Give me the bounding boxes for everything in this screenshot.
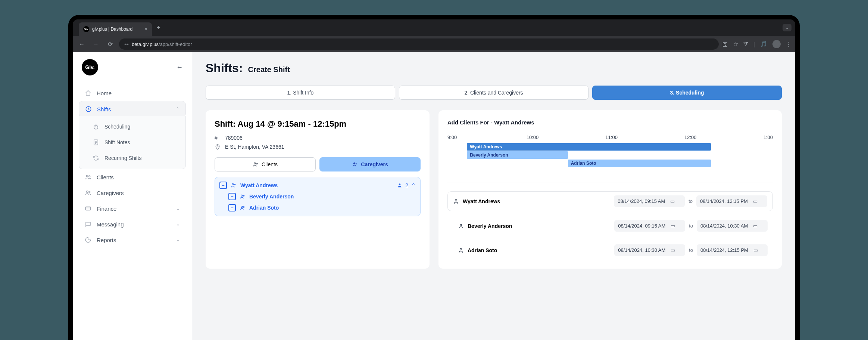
svg-rect-7 [85,207,91,210]
step-clients-caregivers[interactable]: 2. Clients and Caregivers [399,86,588,100]
schedule-row: Wyatt Andrews 08/14/2024, 09:15 AM ▭ to … [447,191,773,211]
nav-finance[interactable]: Finance ⌄ [79,201,186,216]
chevron-down-icon: ⌄ [176,222,180,227]
svg-point-17 [241,206,243,207]
hash-icon: # [215,135,221,141]
calendar-icon: ▭ [753,198,758,204]
group-member: − Beverly Anderson [219,189,416,200]
kebab-menu-icon[interactable]: ⋮ [786,41,791,47]
sidebar-header: Giv. ← [73,52,192,82]
start-datetime-input[interactable]: 08/14/2024, 10:30 AM ▭ [614,244,685,256]
profile-avatar[interactable] [772,40,781,48]
svg-point-11 [354,163,355,164]
svg-point-20 [460,224,462,226]
timeline-bar[interactable]: Wyatt Andrews [467,143,711,151]
close-tab-icon[interactable]: × [144,26,147,32]
member-name[interactable]: Beverly Anderson [249,194,294,200]
main-content: Shifts: Create Shift 1. Shift Info 2. Cl… [192,52,795,340]
nav-label: Caregivers [97,190,124,196]
chevron-up-icon: ⌃ [176,106,179,112]
url-field[interactable]: ⊶ beta.giv.plus/app/shift-editor [119,38,719,50]
scheduling-title: Add Clients For - Wyatt Andrews [447,119,773,126]
timeline-bar[interactable]: Beverly Anderson [467,151,568,159]
svg-point-16 [243,195,244,197]
collapse-icon[interactable]: − [219,182,227,189]
new-tab-icon[interactable]: + [156,24,160,32]
user-icon [240,205,246,211]
user-icon [231,182,237,188]
svg-point-18 [243,207,244,208]
svg-point-13 [234,184,235,185]
clients-tab[interactable]: Clients [215,157,316,171]
bookmark-icon[interactable]: ☆ [733,41,738,47]
svg-point-3 [87,175,88,177]
nav-sub-label: Shift Notes [104,139,130,145]
chevron-down-icon: ⌄ [176,206,180,211]
schedule-row: Adrian Soto 08/14/2024, 10:30 AM ▭ to 08… [447,241,773,260]
row-name: Adrian Soto [458,247,611,253]
person-icon [397,183,402,188]
logo[interactable]: Giv. [82,59,98,75]
chat-icon [85,221,91,228]
row-name: Wyatt Andrews [453,198,610,204]
nav-reports[interactable]: Reports ⌄ [79,232,186,248]
chevron-up-icon[interactable]: ⌃ [411,182,416,188]
home-icon [85,90,91,96]
shift-id: 789006 [225,135,243,141]
forward-icon[interactable]: → [91,41,101,47]
start-datetime-input[interactable]: 08/14/2024, 09:15 AM ▭ [614,220,685,232]
tab-overflow-icon[interactable]: ⌄ [783,24,791,31]
svg-point-4 [89,176,90,177]
collapse-icon[interactable]: − [228,193,236,200]
calendar-icon: ▭ [670,198,675,204]
calendar-icon: ▭ [753,247,758,253]
nav-shifts-submenu: Scheduling Shift Notes Recurring Shifts [79,116,186,169]
music-icon[interactable]: 🎵 [760,41,767,47]
password-icon[interactable]: ⚿ [722,41,728,47]
nav-home[interactable]: Home [79,85,186,101]
browser-tab[interactable]: Giv. giv.plus | Dashboard × [79,22,152,36]
nav-label: Clients [97,174,114,180]
nav-messaging[interactable]: Messaging ⌄ [79,216,186,232]
row-name: Beverly Anderson [458,223,611,229]
end-datetime-input[interactable]: 08/14/2024, 12:15 PM ▭ [696,195,767,207]
svg-point-14 [399,183,401,185]
nav-shift-notes[interactable]: Shift Notes [79,135,185,150]
content-row: Shift: Aug 14 @ 9:15am - 12:15pm # 78900… [206,110,782,269]
svg-point-15 [241,195,243,196]
to-label: to [689,223,693,229]
page-subtitle: Create Shift [248,65,290,74]
start-datetime-input[interactable]: 08/14/2024, 09:15 AM ▭ [614,195,685,207]
user-icon [240,194,246,200]
site-info-icon[interactable]: ⊶ [124,41,129,47]
group-lead-name[interactable]: Wyatt Andrews [240,182,278,188]
collapse-icon[interactable]: − [228,204,236,211]
nav-clients[interactable]: Clients [79,169,186,185]
step-shift-info[interactable]: 1. Shift Info [206,86,395,100]
end-datetime-input[interactable]: 08/14/2024, 10:30 AM ▭ [697,220,768,232]
collapse-sidebar-icon[interactable]: ← [176,64,183,71]
calendar-icon: ▭ [671,247,675,253]
timeline-bar[interactable]: Adrian Soto [568,160,711,167]
shift-address: E St, Hampton, VA 23661 [225,144,284,150]
back-icon[interactable]: ← [77,41,87,47]
reload-icon[interactable]: ⟳ [105,41,115,48]
time-axis: 9:00 10:00 11:00 12:00 1:00 [447,135,773,140]
nav-caregivers[interactable]: Caregivers [79,185,186,201]
card-icon [85,205,91,212]
caregivers-tab[interactable]: Caregivers [319,157,421,171]
group-count: 2 ⌃ [397,182,416,188]
schedule-rows: Wyatt Andrews 08/14/2024, 09:15 AM ▭ to … [447,182,773,260]
svg-point-5 [87,191,88,193]
member-name[interactable]: Adrian Soto [249,205,279,211]
nav-label: Reports [97,237,116,243]
svg-point-19 [455,200,457,201]
extensions-icon[interactable]: ⧩ [743,41,748,47]
nav-scheduling[interactable]: Scheduling [79,119,185,135]
end-datetime-input[interactable]: 08/14/2024, 12:15 PM ▭ [697,244,768,256]
nav-recurring[interactable]: Recurring Shifts [79,150,185,166]
nav-shifts[interactable]: Shifts ⌃ [79,101,186,117]
nav-sub-label: Scheduling [104,124,130,130]
step-scheduling[interactable]: 3. Scheduling [592,86,782,100]
page-header: Shifts: Create Shift [206,61,782,75]
